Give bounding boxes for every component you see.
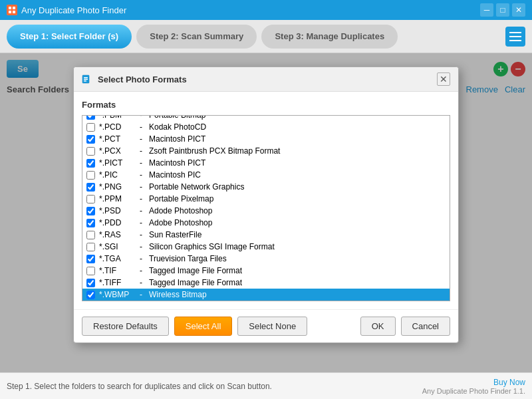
dialog-title-content: Select Photo Formats xyxy=(82,74,187,84)
maximize-button[interactable]: □ xyxy=(496,3,509,17)
restore-defaults-button[interactable]: Restore Defaults xyxy=(82,317,169,336)
minimize-button[interactable]: ─ xyxy=(480,3,493,17)
hamburger-line3 xyxy=(509,40,521,41)
format-ext: *.PSD xyxy=(99,206,136,215)
dialog-title-icon xyxy=(82,74,92,84)
format-desc: Portable Bitmap xyxy=(149,115,205,120)
format-item[interactable]: *.SGI- Silicon Graphics SGI Image Format xyxy=(82,241,450,253)
format-ext: *.TIFF xyxy=(99,278,136,287)
format-desc: Truevision Targa Files xyxy=(149,254,227,263)
format-dash: - xyxy=(140,182,142,192)
format-checkbox[interactable] xyxy=(86,123,95,132)
format-dash: - xyxy=(140,115,142,120)
format-desc: Macintosh PICT xyxy=(149,134,205,144)
format-ext: *.RAS xyxy=(99,230,136,239)
format-checkbox[interactable] xyxy=(86,147,95,156)
formats-label: Formats xyxy=(82,100,450,110)
format-item[interactable]: *.WBMP- Wireless Bitmap xyxy=(82,289,450,301)
close-button[interactable]: ✕ xyxy=(512,3,525,17)
format-dash: - xyxy=(140,278,142,287)
format-checkbox[interactable] xyxy=(86,279,95,287)
format-desc: Kodak PhotoCD xyxy=(149,122,206,132)
svg-rect-0 xyxy=(9,7,11,9)
format-dash: - xyxy=(140,206,142,215)
dialog-body: Formats *.JPG- Independent JPEG Group*.M… xyxy=(74,92,458,309)
format-checkbox[interactable] xyxy=(86,255,95,263)
format-checkbox[interactable] xyxy=(86,135,95,144)
format-item[interactable]: *.PCT- Macintosh PICT xyxy=(82,133,450,145)
formats-list[interactable]: *.JPG- Independent JPEG Group*.MNG- Mult… xyxy=(82,115,450,301)
select-photo-formats-dialog: Select Photo Formats ✕ Formats *.JPG- In… xyxy=(73,66,459,343)
format-dash: - xyxy=(140,242,142,251)
window-controls: ─ □ ✕ xyxy=(480,3,525,17)
format-item[interactable]: *.PNG- Portable Network Graphics xyxy=(82,181,450,193)
format-dash: - xyxy=(140,146,142,156)
format-checkbox[interactable] xyxy=(86,207,95,215)
format-ext: *.SGI xyxy=(99,242,136,251)
format-dash: - xyxy=(140,218,142,227)
format-dash: - xyxy=(140,266,142,275)
steps-bar: Step 1: Select Folder (s) Step 2: Scan S… xyxy=(0,20,532,53)
format-desc: Zsoft Paintbrush PCX Bitmap Format xyxy=(149,146,280,156)
svg-rect-6 xyxy=(84,79,88,80)
dialog-footer-right: OK Cancel xyxy=(360,317,450,336)
format-item[interactable]: *.PIC- Macintosh PIC xyxy=(82,169,450,181)
format-checkbox[interactable] xyxy=(86,171,95,180)
main-content: Se + − Search Folders Add Folder Remove … xyxy=(0,53,532,372)
format-item[interactable]: *.PCX- Zsoft Paintbrush PCX Bitmap Forma… xyxy=(82,145,450,157)
app-version-text: Any Duplicate Photo Finder 1.1. xyxy=(422,387,525,395)
format-checkbox[interactable] xyxy=(86,195,95,203)
menu-hamburger-button[interactable] xyxy=(505,27,525,47)
cancel-button[interactable]: Cancel xyxy=(401,317,450,336)
format-checkbox[interactable] xyxy=(86,219,95,227)
select-all-button[interactable]: Select All xyxy=(174,317,232,336)
format-item[interactable]: *.RAS- Sun RasterFile xyxy=(82,229,450,241)
dialog-close-button[interactable]: ✕ xyxy=(437,72,450,86)
format-desc: Portable Network Graphics xyxy=(149,182,244,192)
format-item[interactable]: *.TIF- Tagged Image File Format xyxy=(82,265,450,277)
format-item[interactable]: *.PSD- Adode Photoshop xyxy=(82,205,450,217)
format-checkbox[interactable] xyxy=(86,115,95,120)
format-ext: *.WBMP xyxy=(99,290,136,299)
format-dash: - xyxy=(140,170,142,180)
step3-tab[interactable]: Step 3: Manage Duplicates xyxy=(261,25,398,49)
ok-button[interactable]: OK xyxy=(360,317,396,336)
buy-now-link[interactable]: Buy Now xyxy=(422,378,525,387)
format-desc: Tagged Image File Format xyxy=(149,278,242,287)
format-desc: Adobe Photoshop xyxy=(149,218,212,227)
format-item[interactable]: *.PPM- Portable Pixelmap xyxy=(82,193,450,205)
format-dash: - xyxy=(140,134,142,144)
format-item[interactable]: *.TIFF- Tagged Image File Format xyxy=(82,277,450,289)
format-item[interactable]: *.TGA- Truevision Targa Files xyxy=(82,253,450,265)
format-ext: *.PICT xyxy=(99,158,136,168)
format-dash: - xyxy=(140,230,142,239)
select-none-button[interactable]: Select None xyxy=(237,317,307,336)
format-item[interactable]: *.PBM- Portable Bitmap xyxy=(82,115,450,121)
format-checkbox[interactable] xyxy=(86,231,95,239)
format-dash: - xyxy=(140,194,142,203)
format-desc: Portable Pixelmap xyxy=(149,194,213,203)
format-item[interactable]: *.PICT- Macintosh PICT xyxy=(82,157,450,169)
format-dash: - xyxy=(140,290,142,299)
svg-rect-2 xyxy=(9,11,11,13)
format-ext: *.PBM xyxy=(99,115,136,120)
format-checkbox[interactable] xyxy=(86,267,95,275)
format-dash: - xyxy=(140,158,142,168)
dialog-title-text: Select Photo Formats xyxy=(98,74,187,84)
format-checkbox[interactable] xyxy=(86,291,95,299)
format-item[interactable]: *.PDD- Adobe Photoshop xyxy=(82,217,450,229)
format-ext: *.PDD xyxy=(99,218,136,227)
format-item[interactable]: *.PCD- Kodak PhotoCD xyxy=(82,121,450,133)
status-text: Step 1. Select the folders to search for… xyxy=(7,382,272,391)
format-checkbox[interactable] xyxy=(86,243,95,251)
format-ext: *.PNG xyxy=(99,182,136,192)
format-checkbox[interactable] xyxy=(86,183,95,192)
format-checkbox[interactable] xyxy=(86,159,95,168)
svg-rect-3 xyxy=(13,11,15,13)
format-desc: Macintosh PIC xyxy=(149,170,201,180)
format-ext: *.TIF xyxy=(99,266,136,275)
modal-overlay: Select Photo Formats ✕ Formats *.JPG- In… xyxy=(0,53,532,372)
step2-tab[interactable]: Step 2: Scan Summary xyxy=(136,25,257,49)
step1-tab[interactable]: Step 1: Select Folder (s) xyxy=(7,25,132,49)
dialog-footer: Restore Defaults Select All Select None … xyxy=(74,309,458,342)
